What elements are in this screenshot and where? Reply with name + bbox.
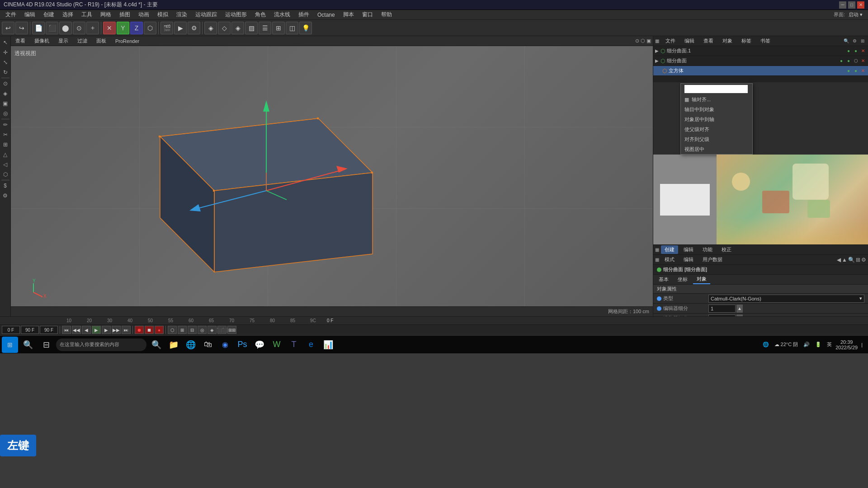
prop-input-editor-sub[interactable] [708, 305, 736, 313]
viewport[interactable]: 透视视图 [11, 46, 653, 316]
menu-plugins[interactable]: 插件 [295, 10, 313, 19]
menu-help[interactable]: 帮助 [377, 10, 396, 19]
systray-lang[interactable]: 英 [825, 340, 834, 349]
taskbar-app-edge[interactable]: 🌐 [183, 337, 199, 353]
menu-motion-track[interactable]: 运动跟踪 [192, 10, 221, 19]
sidebar-tool12[interactable]: ⚙ [1, 191, 10, 200]
rp-search-icon[interactable]: 🔍 [843, 38, 850, 45]
toolbar-undo[interactable]: ↩ [2, 22, 14, 34]
menu-mesh[interactable]: 网格 [97, 10, 115, 19]
rp-menu-view[interactable]: 查看 [701, 37, 716, 45]
vp-panel[interactable]: 面板 [94, 37, 109, 45]
obj-visible-icon3[interactable]: ● [845, 68, 852, 74]
tc-keyframe-del[interactable]: ⊟ [188, 326, 197, 334]
tc-end-frame[interactable] [40, 326, 58, 334]
rp-tab-calibrate[interactable]: 校正 [718, 245, 735, 254]
sidebar-tool8[interactable]: △ [1, 150, 10, 159]
tc-record3[interactable]: ● [155, 326, 164, 334]
tc-motion2[interactable]: ◈ [208, 326, 217, 334]
menu-edit[interactable]: 编辑 [21, 10, 39, 19]
maximize-button[interactable]: □ [848, 1, 855, 9]
sidebar-tool5[interactable]: ✏ [1, 120, 10, 129]
tc-record-stop[interactable]: ⏹ [145, 326, 154, 334]
tc-goto-start[interactable]: ⏮ [62, 326, 71, 334]
tc-prev-key[interactable]: ◀◀ [72, 326, 81, 334]
sidebar-tool4[interactable]: ◎ [1, 109, 10, 118]
interface-dropdown[interactable]: 启动 ▾ [849, 11, 863, 18]
tc-record-mode[interactable]: ⬛⬛ [217, 326, 226, 334]
tc-goto-end[interactable]: ⏭ [122, 326, 131, 334]
menu-create[interactable]: 创建 [40, 10, 58, 19]
menu-tools[interactable]: 工具 [78, 10, 96, 19]
toolbar-move[interactable]: ⬡ [144, 22, 156, 34]
toolbar-toggle3[interactable]: ▨ [245, 22, 258, 34]
menu-simulate[interactable]: 模拟 [154, 10, 172, 19]
toolbar-new[interactable]: 📄 [32, 22, 45, 34]
toolbar-toggle4[interactable]: ☰ [259, 22, 271, 34]
sidebar-scale[interactable]: ⤡ [1, 58, 10, 67]
sidebar-move[interactable]: ✛ [1, 48, 10, 57]
toolbar-x[interactable]: ✕ [103, 22, 116, 34]
sidebar-tool6[interactable]: ✂ [1, 130, 10, 139]
vp-filter[interactable]: 过滤 [75, 37, 90, 45]
sidebar-tool3[interactable]: ▣ [1, 99, 10, 108]
tc-current-frame[interactable] [21, 326, 39, 334]
systray-show-desktop[interactable]: | [859, 341, 864, 348]
sidebar-tool9[interactable]: ◁ [1, 160, 10, 169]
rp-gear-icon[interactable]: ⚙ [851, 38, 858, 45]
start-button[interactable]: ⊞ [2, 337, 18, 353]
scene-object-subdivision2[interactable]: ▶ ⬡ 细分曲面 ● ● ⬡ ✕ [653, 56, 868, 66]
tc-record-red[interactable]: ⏺ [135, 326, 144, 334]
menu-window[interactable]: 窗口 [359, 10, 377, 19]
taskbar-app-teams[interactable]: T [286, 337, 302, 353]
rp-menu-edit[interactable]: 编辑 [682, 37, 697, 45]
menu-file[interactable]: 文件 [2, 10, 20, 19]
dropdown-search-input[interactable] [684, 85, 748, 93]
prop-tab-basic[interactable]: 基本 [655, 275, 672, 284]
toolbar-add[interactable]: ＋ [86, 22, 99, 34]
minimize-button[interactable]: ─ [839, 1, 846, 9]
ctx-axis-to-obj[interactable]: 轴目中到对象 [681, 104, 752, 114]
tc-prev-frame[interactable]: ◀ [82, 326, 91, 334]
taskbar-search-box[interactable]: 在这里输入你要搜索的内容 [56, 338, 146, 351]
toolbar-display-mode[interactable]: ◈ [204, 22, 217, 34]
sidebar-tool1[interactable]: ⊙ [1, 79, 10, 88]
prop-settings[interactable]: ⚙ [861, 257, 866, 263]
menu-octane[interactable]: Octane [314, 11, 339, 19]
sidebar-tool10[interactable]: ⬡ [1, 170, 10, 179]
toolbar-toggle5[interactable]: ⊞ [272, 22, 285, 34]
ctx-parent-align[interactable]: 使父级对齐 [681, 124, 752, 134]
systray-weather[interactable]: ☁ 22°C 阴 [773, 340, 800, 349]
obj-close-icon2[interactable]: ✕ [860, 58, 866, 64]
rp-menu-object[interactable]: 对象 [720, 37, 735, 45]
prop-nav-prev[interactable]: ◀ [837, 257, 841, 263]
obj-visible-icon2[interactable]: ● [838, 58, 844, 64]
prop-tab-coord[interactable]: 坐标 [674, 275, 691, 284]
tc-grid[interactable]: ⊞⊞ [227, 326, 236, 334]
prop-dropdown-type[interactable]: Catmull-Clark(N-Gons) ▾ [708, 295, 864, 303]
systray-time[interactable]: 20:39 2022/5/29 [835, 339, 858, 350]
obj-render-icon2[interactable]: ● [845, 58, 852, 64]
sidebar-rotate[interactable]: ↻ [1, 68, 10, 77]
prop-tab-edit[interactable]: 编辑 [680, 255, 697, 264]
vp-view[interactable]: 查看 [13, 37, 28, 45]
sidebar-tool2[interactable]: ◈ [1, 89, 10, 98]
menu-script[interactable]: 脚本 [340, 10, 358, 19]
taskbar-app-misc[interactable]: 📊 [320, 337, 336, 353]
menu-animation[interactable]: 动画 [135, 10, 153, 19]
tc-next-frame[interactable]: ▶ [102, 326, 111, 334]
systray-sound[interactable]: 🔊 [802, 341, 811, 348]
tc-motion1[interactable]: ◎ [198, 326, 207, 334]
tc-next-key[interactable]: ▶▶ [112, 326, 121, 334]
sidebar-select[interactable]: ↖ [1, 38, 10, 47]
tc-keyframe-add[interactable]: ⊞ [178, 326, 187, 334]
obj-visible-icon[interactable]: ● [845, 48, 852, 54]
ctx-align-to-parent[interactable]: 对齐到父级 [681, 134, 752, 144]
toolbar-render[interactable]: ▶ [174, 22, 187, 34]
menu-illustration[interactable]: 插图 [116, 10, 134, 19]
rp-menu-bookmark[interactable]: 书签 [758, 37, 773, 45]
obj-close-icon3[interactable]: ✕ [860, 68, 866, 74]
menu-render[interactable]: 渲染 [173, 10, 191, 19]
taskbar-app-weixin[interactable]: 💬 [251, 337, 268, 353]
stepper-render-up[interactable]: ▲ [736, 314, 743, 317]
